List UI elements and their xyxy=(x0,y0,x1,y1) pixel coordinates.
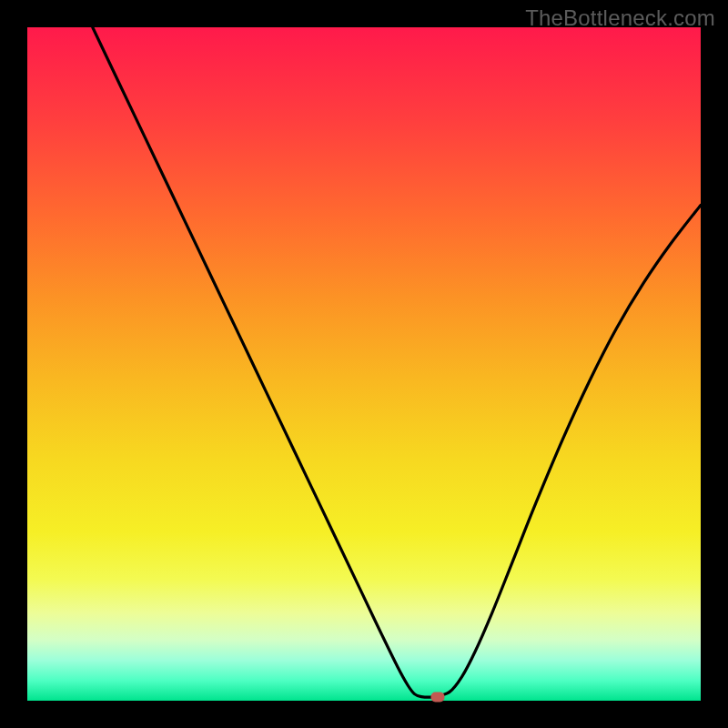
curve-path xyxy=(93,27,701,697)
curve-svg xyxy=(27,27,701,701)
plot-area xyxy=(27,27,701,701)
chart-frame: TheBottleneck.com xyxy=(0,0,728,728)
min-marker xyxy=(431,692,445,702)
